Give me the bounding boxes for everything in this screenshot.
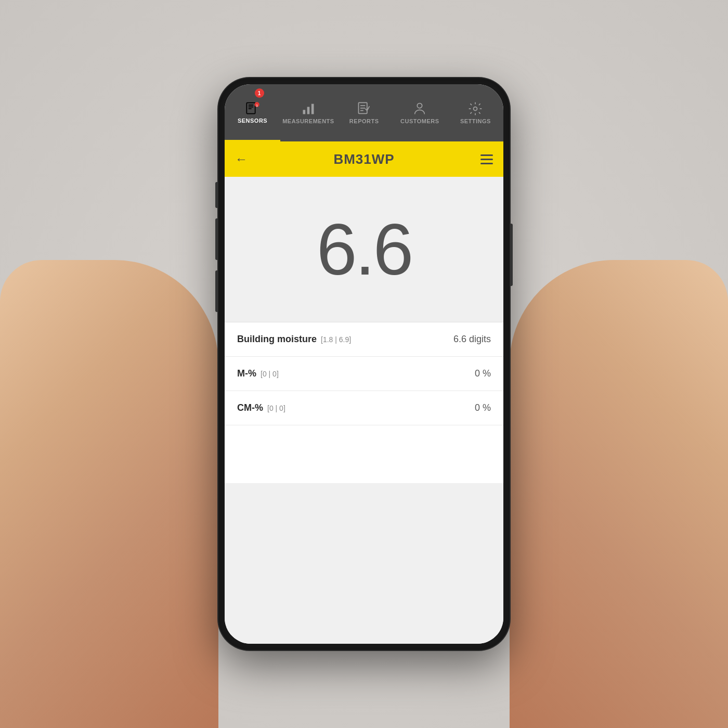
- measurements-icon: [301, 101, 316, 116]
- phone-screen: 1 1 SENSORS MEASUREMENTS: [225, 84, 503, 644]
- svg-rect-0: [246, 102, 255, 113]
- phone-button-volume-down: [215, 270, 218, 312]
- back-button[interactable]: ←: [235, 152, 248, 166]
- nav-label-reports: REPORTS: [349, 118, 379, 124]
- menu-button[interactable]: [480, 154, 493, 164]
- data-row-building-moisture: Building moisture [1.8 | 6.9] 6.6 digits: [225, 322, 503, 357]
- row-label-cm-percent: CM-%: [237, 402, 263, 413]
- data-row-cm-percent: CM-% [0 | 0] 0 %: [225, 391, 503, 425]
- reading-area: 6.6: [225, 177, 503, 322]
- phone-button-volume-silent: [215, 182, 218, 208]
- phone-button-volume-up: [215, 218, 218, 260]
- navbar: 1 1 SENSORS MEASUREMENTS: [225, 84, 503, 141]
- nav-item-reports[interactable]: REPORTS: [336, 84, 392, 141]
- hand-right: [510, 260, 728, 728]
- row-range-building-moisture: [1.8 | 6.9]: [321, 335, 351, 344]
- row-label-m-percent: M-%: [237, 368, 256, 379]
- svg-rect-8: [311, 104, 314, 114]
- data-row-m-percent: M-% [0 | 0] 0 %: [225, 357, 503, 391]
- svg-rect-7: [307, 107, 310, 114]
- row-left-m-percent: M-% [0 | 0]: [237, 368, 279, 379]
- data-section: Building moisture [1.8 | 6.9] 6.6 digits…: [225, 322, 503, 483]
- row-left-building-moisture: Building moisture [1.8 | 6.9]: [237, 334, 351, 345]
- svg-point-13: [418, 103, 422, 108]
- settings-icon: [468, 101, 483, 116]
- page-header: ← BM31WP: [225, 141, 503, 177]
- row-value-m-percent: 0 %: [475, 368, 491, 379]
- reports-icon: [357, 101, 371, 116]
- nav-item-settings[interactable]: SETTINGS: [448, 84, 503, 141]
- row-label-building-moisture: Building moisture: [237, 334, 317, 345]
- menu-line-2: [480, 159, 493, 160]
- sensors-icon: 1: [245, 101, 260, 115]
- nav-item-customers[interactable]: CUSTOMERS: [392, 84, 448, 141]
- nav-item-sensors[interactable]: 1 1 SENSORS: [225, 84, 280, 141]
- row-range-cm-percent: [0 | 0]: [267, 404, 285, 412]
- nav-item-measurements[interactable]: MEASUREMENTS: [280, 84, 336, 141]
- nav-label-customers: CUSTOMERS: [400, 118, 439, 124]
- row-value-cm-percent: 0 %: [475, 402, 491, 413]
- row-value-building-moisture: 6.6 digits: [453, 334, 491, 345]
- nav-label-sensors: SENSORS: [238, 118, 267, 124]
- nav-label-settings: SETTINGS: [460, 118, 491, 124]
- svg-rect-6: [303, 110, 305, 114]
- bottom-section: [225, 483, 503, 644]
- nav-label-measurements: MEASUREMENTS: [282, 118, 334, 124]
- sensors-badge: 1: [255, 88, 264, 98]
- row-left-cm-percent: CM-% [0 | 0]: [237, 402, 285, 413]
- customers-icon: [412, 101, 427, 116]
- menu-line-3: [480, 163, 493, 164]
- row-range-m-percent: [0 | 0]: [261, 370, 279, 378]
- page-title: BM31WP: [333, 151, 394, 167]
- hand-left: [0, 260, 218, 728]
- phone-frame: 1 1 SENSORS MEASUREMENTS: [218, 78, 510, 650]
- phone-button-power: [510, 224, 513, 286]
- svg-point-14: [474, 107, 477, 111]
- menu-line-1: [480, 154, 493, 156]
- main-measurement-value: 6.6: [317, 213, 412, 286]
